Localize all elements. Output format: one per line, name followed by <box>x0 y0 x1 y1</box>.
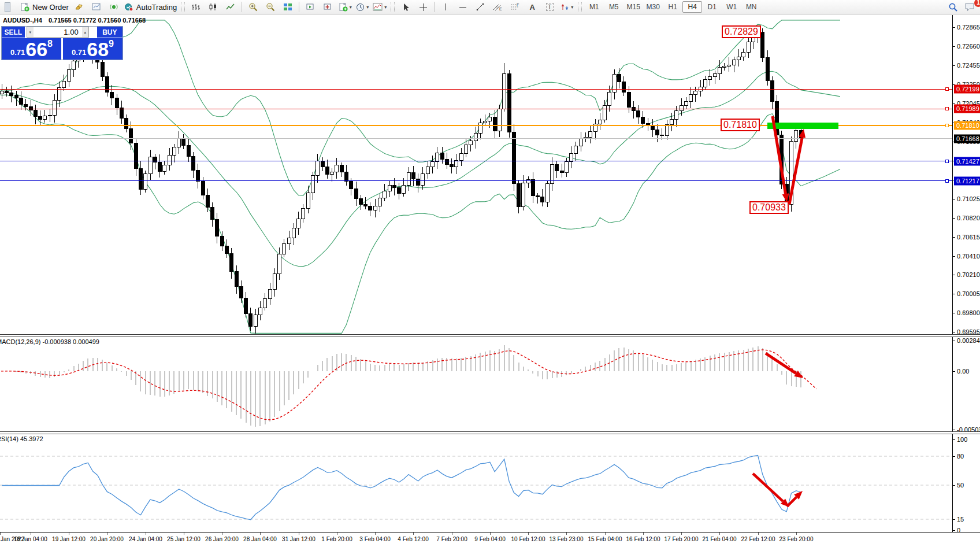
gold-icon[interactable] <box>70 1 88 13</box>
candlestick-chart-icon[interactable] <box>205 1 222 13</box>
timeframe-button-mn[interactable]: MN <box>741 1 761 13</box>
price-tick-label: 0.70410 <box>957 253 980 260</box>
time-tick-label: 7 Feb 20:00 <box>436 536 467 542</box>
volume-stepper: ▾ ▴ <box>27 27 89 38</box>
templates-button[interactable]: ▾ <box>371 1 388 13</box>
svg-text:F: F <box>517 3 519 7</box>
toolbar-grip <box>391 2 395 12</box>
line-price-label: 0.71217 <box>954 177 980 186</box>
volume-decrease-button[interactable]: ▾ <box>27 27 34 37</box>
text-label-button[interactable]: T <box>541 1 558 13</box>
vertical-line-button[interactable] <box>437 1 454 13</box>
volume-increase-button[interactable]: ▴ <box>82 27 88 37</box>
text-button[interactable]: A <box>524 1 541 13</box>
timeframe-button-d1[interactable]: D1 <box>702 1 722 13</box>
time-tick-label: 4 Feb 12:00 <box>398 536 428 542</box>
line-price-label: 0.72199 <box>954 85 980 94</box>
axis-tick <box>953 27 955 28</box>
trendline-button[interactable] <box>472 1 489 13</box>
line-price-label: 0.71989 <box>954 105 980 113</box>
down-arrow-icon: ▾ <box>29 30 31 35</box>
sell-button[interactable]: SELL <box>2 27 25 38</box>
buy-price-pip: 9 <box>109 39 114 49</box>
new-order-button[interactable]: New Order <box>18 1 70 13</box>
green-zone-rect[interactable] <box>767 123 838 129</box>
axis-tick <box>953 294 955 294</box>
chart-window-icon[interactable] <box>88 1 105 13</box>
line-price-label: 0.71810 <box>954 121 980 130</box>
arrange-windows-plus-icon[interactable] <box>319 1 336 13</box>
time-tick-label: 22 Feb 12:00 <box>741 536 775 542</box>
price-tick-label: 0.72865 <box>957 24 980 31</box>
main-chart-panel[interactable]: AUDUSD-,H4 0.71565 0.71772 0.71560 0.716… <box>0 15 980 334</box>
rsi-axis-label: 80 <box>957 453 964 460</box>
toolbar: New OrderAutoTrading▾▾▾EFAT▾M1M5M15M30H1… <box>0 0 980 14</box>
price-tick-label: 0.69800 <box>957 309 980 316</box>
macd-panel[interactable]: MACD(12,26,9) -0.000938 0.000499 <box>0 336 980 431</box>
time-tick <box>222 533 222 535</box>
signals-icon[interactable] <box>105 1 122 13</box>
cursor-button[interactable] <box>397 1 414 13</box>
search-icon[interactable] <box>944 1 962 13</box>
time-tick <box>605 533 606 535</box>
line-chart-icon[interactable] <box>222 1 239 13</box>
chevron-down-icon: ▾ <box>571 5 573 10</box>
chart-title: AUDUSD-,H4 0.71565 0.71772 0.71560 0.716… <box>3 17 146 24</box>
time-tick <box>69 533 69 535</box>
toolbar-grip <box>578 2 582 12</box>
axis-tick <box>953 275 955 275</box>
arrow-objects-button[interactable]: ▾ <box>558 1 576 13</box>
time-axis[interactable]: Jan 202218 Jan 04:0019 Jan 12:0020 Jan 2… <box>0 532 980 547</box>
toolbar-separator <box>242 2 242 12</box>
timeframe-button-m15[interactable]: M15 <box>623 1 643 13</box>
timeframe-button-h4[interactable]: H4 <box>682 1 702 13</box>
equidistant-channel-button[interactable]: E <box>489 1 506 13</box>
timeframe-button-h1[interactable]: H1 <box>663 1 682 13</box>
macd-signal-line <box>0 350 816 420</box>
rsi-trend-arrows[interactable] <box>753 474 803 507</box>
fibonacci-button[interactable]: F <box>506 1 524 13</box>
horizontal-line-button[interactable] <box>454 1 472 13</box>
bar-chart-icon[interactable] <box>187 1 205 13</box>
timeframe-button-m1[interactable]: M1 <box>584 1 604 13</box>
panel-separator[interactable] <box>0 431 980 434</box>
axis-tick <box>953 65 955 66</box>
time-tick-label: 25 Jan 12:00 <box>167 536 201 542</box>
notifications-icon[interactable]: 1 <box>962 1 979 13</box>
autotrading-button[interactable]: AutoTrading <box>122 1 179 13</box>
time-tick <box>452 533 452 535</box>
rsi-axis-label: 100 <box>957 436 967 443</box>
time-tick <box>375 533 376 535</box>
time-tick-label: 17 Feb 20:00 <box>665 536 699 542</box>
price-axis[interactable]: 0.728650.726600.724550.722500.720450.718… <box>952 15 980 532</box>
zoom-out-icon[interactable] <box>262 1 279 13</box>
rsi-label: RSI(14) 45.3972 <box>0 435 43 442</box>
macd-label: MACD(12,26,9) -0.000938 0.000499 <box>0 338 99 345</box>
axis-tick <box>953 332 955 332</box>
timeframe-button-w1[interactable]: W1 <box>722 1 741 13</box>
periods-button[interactable]: ▾ <box>354 1 371 13</box>
price-tick-label: 0.71025 <box>957 195 980 202</box>
line-price-label: 0.71427 <box>954 157 980 166</box>
time-tick-label: 24 Jan 04:00 <box>129 536 162 542</box>
time-tick-label: 20 Jan 20:00 <box>90 536 124 542</box>
arrange-windows-icon[interactable] <box>302 1 319 13</box>
crosshair-button[interactable] <box>414 1 432 13</box>
volume-input[interactable] <box>34 27 82 37</box>
macd-trend-arrow[interactable] <box>766 353 803 378</box>
sell-price[interactable]: 0.71668 <box>2 38 61 60</box>
price-tick-label: 0.70005 <box>957 290 980 297</box>
time-tick <box>184 533 184 535</box>
svg-text:E: E <box>499 7 502 11</box>
price-tick-label: 0.72455 <box>957 62 980 69</box>
zoom-in-icon[interactable] <box>244 1 262 13</box>
buy-price[interactable]: 0.71689 <box>63 38 122 60</box>
rsi-panel[interactable]: RSI(14) 45.3972 <box>0 433 980 532</box>
annotation-anchor <box>784 205 788 209</box>
tile-windows-icon[interactable] <box>279 1 296 13</box>
new-chart-button[interactable]: ▾ <box>336 1 354 13</box>
timeframe-button-m5[interactable]: M5 <box>604 1 623 13</box>
timeframe-button-m30[interactable]: M30 <box>643 1 663 13</box>
panel-separator[interactable] <box>0 334 980 337</box>
buy-button[interactable]: BUY <box>97 27 122 38</box>
